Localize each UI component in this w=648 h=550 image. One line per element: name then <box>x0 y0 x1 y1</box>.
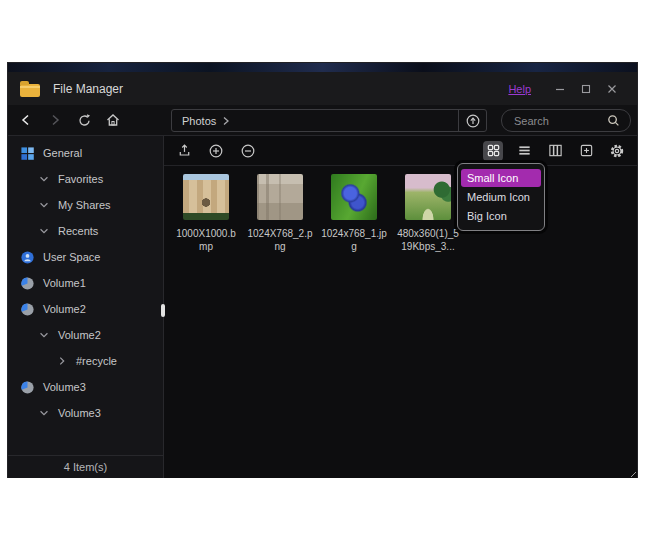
add-button[interactable] <box>206 141 226 161</box>
minimize-icon <box>555 84 565 94</box>
sidebar-item-label: General <box>43 147 82 159</box>
chevron-down-icon <box>38 173 50 185</box>
file-list-panel: 1000X1000.bmp 1024X768_2.png 1024x768_1.… <box>164 136 637 478</box>
home-button[interactable] <box>105 112 121 128</box>
chevron-right-icon <box>48 113 62 127</box>
sidebar-item-label: Recents <box>58 225 98 237</box>
chevron-left-icon <box>19 113 33 127</box>
disk-pie-icon <box>20 276 35 291</box>
search-input[interactable]: Search <box>502 115 606 127</box>
titlebar: File Manager Help <box>8 72 637 105</box>
file-thumbnail <box>183 174 229 220</box>
resize-handle[interactable] <box>625 466 636 477</box>
file-name: 1000X1000.bmp <box>173 227 239 253</box>
sidebar-item-label: Volume1 <box>43 277 86 289</box>
disk-pie-icon <box>20 302 35 317</box>
file-item[interactable]: 1024X768_2.png <box>247 174 313 253</box>
search-icon[interactable] <box>606 113 630 128</box>
sidebar-item-my-shares[interactable]: My Shares <box>8 192 163 218</box>
file-thumbnail <box>331 174 377 220</box>
breadcrumb-bar[interactable]: Photos <box>171 109 487 132</box>
chevron-down-icon <box>38 199 50 211</box>
sidebar-item-volume3-sub[interactable]: Volume3 <box>8 400 163 426</box>
file-name: 1024x768_1.jpg <box>321 227 387 253</box>
sidebar-item-recycle[interactable]: #recycle <box>8 348 163 374</box>
home-icon <box>105 112 121 128</box>
apps-icon <box>20 146 35 161</box>
settings-gear-icon <box>609 143 625 159</box>
forward-button[interactable] <box>47 112 63 128</box>
remove-circle-icon <box>240 143 256 159</box>
sidebar-item-label: Favorites <box>58 173 103 185</box>
back-button[interactable] <box>18 112 34 128</box>
sidebar-item-general[interactable]: General <box>8 140 163 166</box>
chevron-right-icon <box>56 355 68 367</box>
file-grid: 1000X1000.bmp 1024X768_2.png 1024x768_1.… <box>164 166 637 253</box>
file-name: 480x360(1)_519Kbps_3... <box>395 227 461 253</box>
window-top-edge <box>8 63 637 72</box>
refresh-icon <box>77 113 92 128</box>
sidebar-item-label: Volume3 <box>58 407 101 419</box>
sidebar-item-label: User Space <box>43 251 100 263</box>
sidebar-item-user-space[interactable]: User Space <box>8 244 163 270</box>
upload-button[interactable] <box>174 141 194 161</box>
item-count-status: 4 Item(s) <box>8 455 163 478</box>
file-thumbnail <box>257 174 303 220</box>
maximize-icon <box>581 84 591 94</box>
menu-item-medium-icon[interactable]: Medium Icon <box>461 188 541 206</box>
settings-button[interactable] <box>607 141 627 161</box>
close-button[interactable] <box>599 79 625 99</box>
go-up-button[interactable] <box>458 110 486 131</box>
list-view-icon <box>517 143 532 158</box>
close-icon <box>607 84 617 94</box>
new-window-icon <box>579 143 594 158</box>
sidebar-item-favorites[interactable]: Favorites <box>8 166 163 192</box>
up-arrow-circle-icon <box>465 113 481 129</box>
refresh-button[interactable] <box>76 112 92 128</box>
navigation-bar: Photos Search <box>8 105 637 135</box>
menu-item-small-icon[interactable]: Small Icon <box>461 169 541 187</box>
content-area: General Favorites My Shares Recents User… <box>8 135 637 478</box>
column-view-icon <box>548 143 563 158</box>
sidebar-item-label: Volume2 <box>43 303 86 315</box>
file-name: 1024X768_2.png <box>247 227 313 253</box>
sidebar-item-volume2[interactable]: Volume2 <box>8 296 163 322</box>
sidebar: General Favorites My Shares Recents User… <box>8 136 164 478</box>
maximize-button[interactable] <box>573 79 599 99</box>
file-item[interactable]: 1000X1000.bmp <box>173 174 239 253</box>
column-view-button[interactable] <box>545 141 565 161</box>
grid-view-button[interactable] <box>483 141 503 161</box>
chevron-down-icon <box>38 329 50 341</box>
breadcrumb-segment[interactable]: Photos <box>182 115 216 127</box>
disk-pie-icon <box>20 380 35 395</box>
breadcrumb[interactable]: Photos <box>172 115 458 127</box>
minimize-button[interactable] <box>547 79 573 99</box>
sidebar-item-volume2-sub[interactable]: Volume2 <box>8 322 163 348</box>
sidebar-item-label: #recycle <box>76 355 117 367</box>
new-window-button[interactable] <box>576 141 596 161</box>
help-link[interactable]: Help <box>508 83 531 95</box>
sidebar-item-volume1[interactable]: Volume1 <box>8 270 163 296</box>
file-item[interactable]: 480x360(1)_519Kbps_3... <box>395 174 461 253</box>
sidebar-item-volume3[interactable]: Volume3 <box>8 374 163 400</box>
list-view-button[interactable] <box>514 141 534 161</box>
sidebar-item-recents[interactable]: Recents <box>8 218 163 244</box>
view-size-menu: Small Icon Medium Icon Big Icon <box>457 163 545 231</box>
remove-button[interactable] <box>238 141 258 161</box>
user-icon <box>20 250 35 265</box>
add-circle-icon <box>208 143 224 159</box>
breadcrumb-chevron-icon <box>222 116 230 126</box>
sidebar-item-label: My Shares <box>58 199 111 211</box>
folder-icon <box>20 84 40 97</box>
menu-item-big-icon[interactable]: Big Icon <box>461 207 541 225</box>
search-box[interactable]: Search <box>501 109 631 132</box>
sidebar-scrollbar-thumb[interactable] <box>161 304 165 317</box>
sidebar-item-label: Volume3 <box>43 381 86 393</box>
file-item[interactable]: 1024x768_1.jpg <box>321 174 387 253</box>
chevron-down-icon <box>38 225 50 237</box>
chevron-down-icon <box>38 407 50 419</box>
upload-icon <box>177 143 192 158</box>
grid-view-icon <box>486 143 501 158</box>
file-thumbnail <box>405 174 451 220</box>
window-title: File Manager <box>53 82 123 96</box>
